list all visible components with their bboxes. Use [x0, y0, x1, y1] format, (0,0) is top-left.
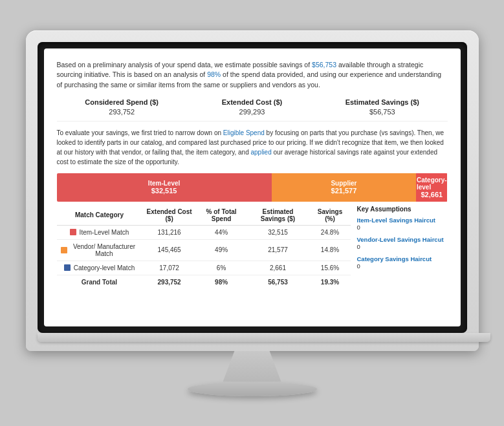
col-header-savings: Estimated Savings ($) — [246, 206, 309, 226]
bar-value-item: $32,515 — [151, 187, 177, 195]
assumption-item-2: Vendor-Level Savings Haircut 0 — [357, 236, 448, 250]
footer-savings-pct: 19.3% — [310, 275, 351, 289]
bar-item-supplier: Supplier $21,577 — [272, 173, 416, 202]
row2-cat-cell: Vendor/ Manufacturer Match — [61, 243, 138, 257]
row3-color-box — [64, 264, 71, 271]
extended-cost-label: Extended Cost ($) — [187, 98, 317, 106]
monitor-bottom-bar — [38, 333, 490, 342]
eligible-spend-highlight: Eligible Spend — [223, 129, 265, 136]
bar-item-level: Item-Level $32,515 — [57, 173, 272, 202]
assumption-label-3: Category Savings Haircut — [357, 255, 448, 262]
stand-base — [188, 382, 317, 396]
footer-label: Grand Total — [57, 275, 142, 289]
bar-value-supplier: $21,577 — [331, 187, 357, 195]
monitor-body: Based on a preliminary analysis of your … — [26, 30, 479, 351]
row3-pct-total: 6% — [197, 261, 247, 275]
table-header-row: Match Category Extended Cost ($) % of To… — [57, 206, 351, 226]
col-header-match: Match Category — [57, 206, 142, 226]
row2-savings-pct: 14.8% — [310, 239, 351, 261]
bar-label-supplier: Supplier — [331, 180, 356, 187]
intro-pct-highlight: 98% — [207, 70, 221, 78]
bar-label-category: Category-level — [417, 176, 447, 191]
row3-savings-pct: 15.6% — [310, 261, 351, 275]
col-header-pct: % of Total Spend — [197, 206, 247, 226]
assumption-item-3: Category Savings Haircut 0 — [357, 255, 448, 270]
col-header-extended: Extended Cost ($) — [142, 206, 196, 226]
row1-savings-pct: 24.8% — [310, 225, 351, 239]
row2-cat-label: Vendor/ Manufacturer Match — [71, 243, 138, 257]
row1-cat-label: Item-Level Match — [80, 229, 129, 236]
extended-cost-value: 299,293 — [187, 108, 317, 116]
intro-paragraph: Based on a preliminary analysis of your … — [57, 60, 448, 91]
intro-text-1: Based on a preliminary analysis of your … — [57, 61, 312, 69]
row1-extended-cost: 131,216 — [142, 225, 196, 239]
table-row: Vendor/ Manufacturer Match 145,465 49% 2… — [57, 239, 351, 261]
summary-col-extended: Extended Cost ($) 299,293 — [187, 98, 317, 116]
screen: Based on a preliminary analysis of your … — [44, 48, 461, 326]
row2-pct-total: 49% — [197, 239, 247, 261]
key-assumptions-title: Key Assumptions — [357, 206, 448, 213]
footer-extended-cost: 293,752 — [142, 275, 196, 289]
row2-category: Vendor/ Manufacturer Match — [57, 239, 142, 261]
row3-est-savings: 2,661 — [246, 261, 309, 275]
summary-row: Considered Spend ($) 293,752 Extended Co… — [57, 98, 448, 122]
table-row: Item-Level Match 131,216 44% 32,515 24.8… — [57, 225, 351, 239]
row3-extended-cost: 17,072 — [142, 261, 196, 275]
row3-cat-label: Category-level Match — [74, 264, 135, 272]
row2-est-savings: 21,577 — [246, 239, 309, 261]
row1-est-savings: 32,515 — [246, 225, 309, 239]
footer-pct-total: 98% — [197, 275, 247, 289]
bar-value-category: $2,661 — [421, 191, 443, 198]
data-table: Match Category Extended Cost ($) % of To… — [57, 206, 351, 289]
main-content-area: Match Category Extended Cost ($) % of To… — [57, 206, 448, 289]
col-header-savings-pct: Savings (%) — [310, 206, 351, 226]
left-section: Match Category Extended Cost ($) % of To… — [57, 206, 351, 289]
considered-spend-value: 293,752 — [57, 108, 187, 116]
key-assumptions-panel: Key Assumptions Item-Level Savings Hairc… — [357, 206, 448, 289]
table-row: Category-level Match 17,072 6% 2,661 15.… — [57, 261, 351, 275]
intro-savings-highlight: $56,753 — [312, 61, 336, 69]
row1-pct-total: 44% — [197, 225, 247, 239]
estimated-savings-label: Estimated Savings ($) — [317, 98, 447, 106]
table-row-footer: Grand Total 293,752 98% 56,753 19.3% — [57, 275, 351, 289]
assumption-value-2: 0 — [357, 243, 448, 250]
bar-item-category: Category-level $2,661 — [416, 173, 447, 202]
bar-chart: Item-Level $32,515 Supplier $21,577 Cate… — [57, 173, 448, 202]
footer-est-savings: 56,753 — [246, 275, 309, 289]
bar-label-item: Item-Level — [148, 180, 180, 187]
applied-highlight: applied — [250, 149, 271, 156]
summary-col-savings: Estimated Savings ($) $56,753 — [317, 98, 447, 116]
assumption-label-1: Item-Level Savings Haircut — [357, 217, 448, 224]
screen-bezel: Based on a preliminary analysis of your … — [38, 42, 467, 333]
row2-extended-cost: 145,465 — [142, 239, 196, 261]
mid-paragraph: To evaluate your savings, we first tried… — [57, 128, 448, 167]
stand-neck — [223, 351, 281, 382]
assumption-value-1: 0 — [357, 224, 448, 231]
monitor-wrapper: Based on a preliminary analysis of your … — [26, 30, 479, 396]
row3-category: Category-level Match — [57, 261, 142, 275]
assumption-label-2: Vendor-Level Savings Haircut — [357, 236, 448, 243]
assumption-value-3: 0 — [357, 262, 448, 270]
row3-cat-cell: Category-level Match — [61, 264, 138, 272]
summary-col-considered: Considered Spend ($) 293,752 — [57, 98, 187, 116]
estimated-savings-value: $56,753 — [317, 108, 447, 116]
assumption-item-1: Item-Level Savings Haircut 0 — [357, 217, 448, 231]
row1-cat-cell: Item-Level Match — [61, 229, 138, 236]
row1-category: Item-Level Match — [57, 225, 142, 239]
row2-color-box — [61, 247, 67, 253]
mid-text-1: To evaluate your savings, we first tried… — [57, 129, 223, 136]
row1-color-box — [70, 229, 76, 235]
considered-spend-label: Considered Spend ($) — [57, 98, 187, 106]
